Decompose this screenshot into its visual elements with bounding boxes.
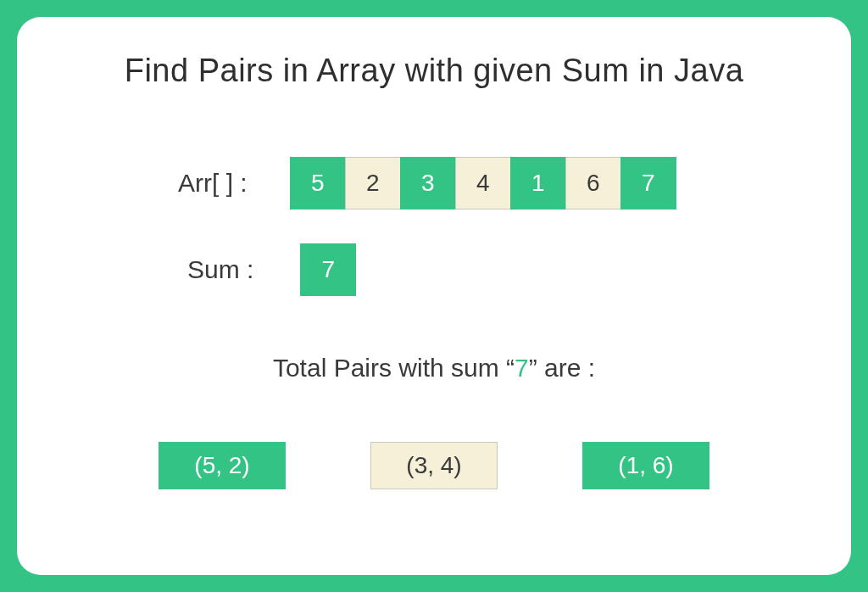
sum-row: Sum : 7: [187, 243, 809, 296]
outer-frame: Find Pairs in Array with given Sum in Ja…: [0, 0, 868, 592]
total-pairs-before: Total Pairs with sum “: [273, 354, 515, 382]
array-cell: 4: [455, 157, 511, 209]
sum-cells: 7: [300, 243, 356, 296]
array-cell: 5: [290, 157, 346, 209]
array-cell: 2: [345, 157, 401, 209]
sum-cell: 7: [300, 243, 356, 296]
pair-box: (5, 2): [159, 442, 286, 489]
pair-box: (1, 6): [582, 442, 709, 489]
array-cell: 7: [620, 157, 676, 209]
pair-row: (5, 2) (3, 4) (1, 6): [59, 442, 809, 489]
total-pairs-after: ” are :: [529, 354, 595, 382]
diagram-title: Find Pairs in Array with given Sum in Ja…: [59, 53, 809, 89]
array-cell: 1: [510, 157, 566, 209]
total-pairs-text: Total Pairs with sum “7” are :: [59, 354, 809, 383]
array-cell: 6: [565, 157, 621, 209]
inner-card: Find Pairs in Array with given Sum in Ja…: [17, 17, 851, 575]
total-pairs-value: 7: [515, 354, 529, 382]
array-cell: 3: [400, 157, 456, 209]
array-row: Arr[ ] : 5 2 3 4 1 6 7: [178, 157, 809, 209]
array-label: Arr[ ] :: [178, 169, 248, 198]
array-cells: 5 2 3 4 1 6 7: [290, 157, 676, 209]
sum-label: Sum :: [187, 255, 253, 284]
pair-box: (3, 4): [370, 442, 498, 489]
